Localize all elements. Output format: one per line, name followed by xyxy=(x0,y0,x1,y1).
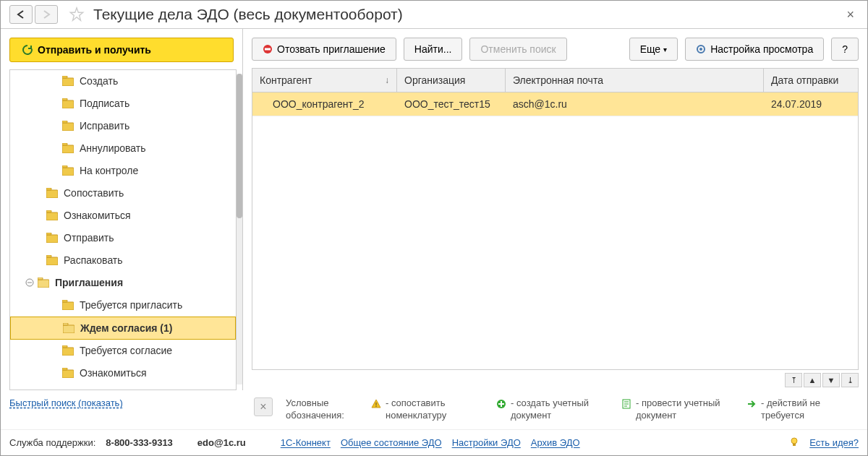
svg-rect-11 xyxy=(46,188,51,190)
tree-send[interactable]: Отправить xyxy=(10,227,236,249)
folder-icon xyxy=(62,300,74,310)
settings-link[interactable]: Настройки ЭДО xyxy=(452,437,521,448)
archive-link[interactable]: Архив ЭДО xyxy=(531,437,580,448)
legend-noaction: - действий не требуется xyxy=(746,397,859,422)
table-up-button[interactable]: ▲ xyxy=(804,373,821,387)
close-button[interactable]: × xyxy=(842,6,859,24)
table-down-button[interactable]: ▼ xyxy=(822,373,840,387)
folder-icon xyxy=(46,188,58,198)
svg-rect-14 xyxy=(46,235,58,243)
column-email[interactable]: Электронная почта xyxy=(506,69,764,92)
cell-contractor: ООО_контрагент_2 xyxy=(252,93,397,116)
favorite-icon[interactable] xyxy=(69,7,85,22)
tree-annul[interactable]: Аннулировать xyxy=(10,137,236,160)
svg-rect-8 xyxy=(62,168,74,176)
tree-fix[interactable]: Исправить xyxy=(10,115,236,137)
idea-link[interactable]: Есть идея? xyxy=(809,437,859,448)
cell-organization: ООО_тест_тест15 xyxy=(397,93,506,116)
svg-rect-25 xyxy=(63,323,68,325)
svg-rect-20 xyxy=(38,280,49,288)
legend-create: - создать учетный документ xyxy=(496,397,608,422)
folder-icon xyxy=(46,233,58,243)
help-button[interactable]: ? xyxy=(831,38,859,61)
document-icon xyxy=(621,399,631,409)
svg-rect-38 xyxy=(793,444,796,446)
legend-match: ! - сопоставить номенклатуру xyxy=(371,397,483,422)
stop-icon xyxy=(263,44,273,54)
forward-button[interactable] xyxy=(35,5,58,24)
tree-sign[interactable]: Подписать xyxy=(10,93,236,115)
tree-create[interactable]: Создать xyxy=(10,70,236,93)
tree-need-consent[interactable]: Требуется согласие xyxy=(10,340,236,362)
svg-rect-2 xyxy=(62,100,74,108)
svg-point-37 xyxy=(791,438,797,444)
svg-rect-24 xyxy=(63,325,75,333)
svg-rect-22 xyxy=(62,302,74,310)
svg-point-33 xyxy=(699,48,702,51)
svg-rect-3 xyxy=(62,98,67,100)
column-date[interactable]: Дата отправки xyxy=(764,69,858,92)
find-button[interactable]: Найти... xyxy=(404,38,463,61)
legend-post: - провести учетный документ xyxy=(621,397,733,422)
view-settings-button[interactable]: Настройка просмотра xyxy=(685,38,824,61)
table-row[interactable]: ООО_контрагент_2 ООО_тест_тест15 asch@1c… xyxy=(252,93,858,116)
svg-rect-12 xyxy=(46,212,58,220)
status-link[interactable]: Общее состояние ЭДО xyxy=(341,437,442,448)
chevron-down-icon: ▾ xyxy=(663,46,667,53)
svg-rect-26 xyxy=(62,348,74,356)
svg-rect-9 xyxy=(62,165,67,168)
table-first-button[interactable]: ⤒ xyxy=(785,373,802,387)
sort-icon: ↓ xyxy=(385,75,389,85)
collapse-icon[interactable] xyxy=(25,278,35,288)
svg-rect-27 xyxy=(62,345,67,348)
tree-to-invite[interactable]: Требуется пригласить xyxy=(10,294,236,317)
tree-review1[interactable]: Ознакомиться xyxy=(10,205,236,227)
data-table: Контрагент↓ Организация Электронная почт… xyxy=(252,68,859,370)
folder-icon xyxy=(46,210,58,220)
back-button[interactable] xyxy=(9,5,33,24)
folder-icon xyxy=(62,121,74,131)
tree-scrollbar[interactable] xyxy=(237,74,242,384)
table-last-button[interactable]: ⤓ xyxy=(841,373,859,387)
svg-rect-5 xyxy=(62,121,67,123)
revoke-invitation-button[interactable]: Отозвать приглашение xyxy=(252,38,396,61)
more-button[interactable]: Еще▾ xyxy=(629,38,678,61)
connect-link[interactable]: 1С-Коннект xyxy=(281,437,331,448)
folder-open-icon xyxy=(63,323,75,333)
folder-icon xyxy=(62,368,74,378)
cell-email: asch@1c.ru xyxy=(506,93,764,116)
folder-icon xyxy=(62,98,74,108)
svg-rect-7 xyxy=(62,143,67,145)
legend-close-button[interactable]: × xyxy=(254,397,273,416)
arrow-right-icon xyxy=(746,399,757,409)
svg-rect-6 xyxy=(62,145,74,153)
cell-date: 24.07.2019 xyxy=(764,93,858,116)
cancel-search-button[interactable]: Отменить поиск xyxy=(469,38,566,61)
svg-rect-29 xyxy=(62,368,67,370)
folder-icon xyxy=(62,76,74,86)
tree-invitations[interactable]: Приглашения xyxy=(10,272,236,294)
tree-match[interactable]: Сопоставить xyxy=(10,182,236,205)
warning-icon: ! xyxy=(371,399,381,409)
column-organization[interactable]: Организация xyxy=(397,69,506,92)
send-receive-button[interactable]: Отправить и получить xyxy=(9,38,234,62)
svg-rect-0 xyxy=(62,78,74,86)
folder-icon xyxy=(46,255,58,265)
support-phone: 8-800-333-9313 xyxy=(106,437,173,448)
svg-rect-21 xyxy=(38,278,43,280)
quick-search-link[interactable]: Быстрый поиск (показать) xyxy=(9,397,123,408)
folder-icon xyxy=(62,345,74,356)
svg-rect-16 xyxy=(46,257,58,265)
tree-control[interactable]: На контроле xyxy=(10,160,236,182)
tree-waiting-consent[interactable]: Ждем согласия (1) xyxy=(10,317,236,340)
support-email: edo@1c.ru xyxy=(197,437,246,448)
svg-rect-17 xyxy=(46,255,51,257)
column-contractor[interactable]: Контрагент↓ xyxy=(252,69,397,92)
bulb-icon xyxy=(789,437,799,447)
tree-unpack[interactable]: Распаковать xyxy=(10,249,236,272)
tree-review2[interactable]: Ознакомиться xyxy=(10,362,236,384)
page-title: Текущие дела ЭДО (весь документооборот) xyxy=(93,6,403,23)
svg-rect-15 xyxy=(46,233,51,235)
svg-rect-31 xyxy=(265,48,271,51)
svg-rect-28 xyxy=(62,370,74,378)
